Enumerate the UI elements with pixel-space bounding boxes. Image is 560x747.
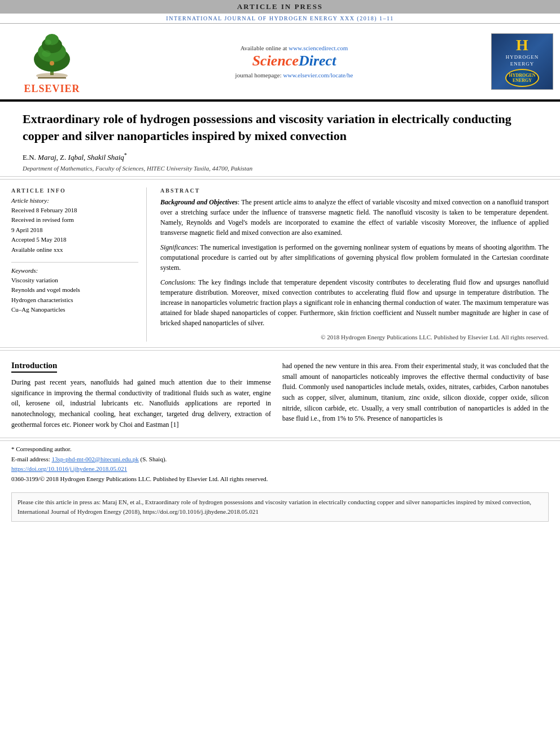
journal-logo-right: H HYDROGEN ENERGY HYDROGENENERGY bbox=[491, 33, 553, 90]
abstract-sig-text: : The numerical investigation is perform… bbox=[160, 243, 549, 272]
abstract-bg-label: Background and Objectives bbox=[160, 198, 238, 206]
email-line: E-mail address: 13sp-phd-mt-002@hitecuni… bbox=[11, 455, 549, 465]
article-history-block: Article history: Received 8 February 201… bbox=[11, 197, 138, 255]
email-author: (S. Shaiq). bbox=[141, 456, 167, 462]
citation-text: Please cite this article in press as: Ma… bbox=[18, 499, 531, 515]
affiliation-text: Department of Mathematics, Faculty of Sc… bbox=[23, 165, 537, 172]
keyword-1: Viscosity variation bbox=[11, 276, 138, 286]
article-info-label: ARTICLE INFO bbox=[11, 187, 138, 194]
keywords-label: Keywords: bbox=[11, 267, 138, 274]
top-header: ELSEVIER Available online at www.science… bbox=[0, 24, 560, 101]
info-divider bbox=[11, 262, 138, 263]
authors-line: E.N. Maraj, Z. Iqbal, Shakil Shaiq* bbox=[23, 152, 537, 162]
introduction-title: Introduction bbox=[11, 361, 57, 373]
journal-homepage: journal homepage: www.elsevier.com/locat… bbox=[97, 72, 491, 78]
abstract-section: Background and Objectives: The present a… bbox=[160, 197, 549, 342]
corresponding-star: * Corresponding author. bbox=[11, 445, 72, 452]
introduction-section: Introduction During past recent years, n… bbox=[0, 353, 560, 435]
intro-right: had opened the new venture in this area.… bbox=[282, 361, 549, 430]
intro-left-text: During past recent years, nanofluids had… bbox=[11, 377, 271, 430]
intro-left: Introduction During past recent years, n… bbox=[11, 361, 271, 430]
right-column: ABSTRACT Background and Objectives: The … bbox=[158, 187, 549, 342]
available-online: Available online xxx bbox=[11, 245, 138, 255]
doi-link[interactable]: https://doi.org/10.1016/j.ijhydene.2018.… bbox=[11, 465, 127, 472]
abstract-sig-paragraph: Significances: The numerical investigati… bbox=[160, 242, 549, 273]
abstract-conc-text: : The key findings include that temperat… bbox=[160, 278, 549, 327]
article-info-abstract-section: ARTICLE INFO Article history: Received 8… bbox=[0, 182, 560, 348]
abstract-divider bbox=[0, 350, 560, 351]
keyword-4: Cu–Ag Nanoparticles bbox=[11, 305, 138, 315]
left-column: ARTICLE INFO Article history: Received 8… bbox=[11, 187, 147, 342]
abstract-label: ABSTRACT bbox=[160, 187, 549, 194]
article-title: Extraordinary role of hydrogen possessio… bbox=[23, 111, 537, 144]
journal-homepage-link[interactable]: www.elsevier.com/locate/he bbox=[283, 72, 353, 78]
copyright-text: © 2018 Hydrogen Energy Publications LLC.… bbox=[160, 333, 549, 342]
abstract-conc-paragraph: Conclusions: The key findings include th… bbox=[160, 277, 549, 328]
svg-point-6 bbox=[45, 40, 51, 45]
article-title-section: Extraordinary role of hydrogen possessio… bbox=[0, 102, 560, 177]
email-label: E-mail address: bbox=[11, 456, 50, 462]
center-header: Available online at www.sciencedirect.co… bbox=[97, 45, 491, 78]
email-link[interactable]: 13sp-phd-mt-002@hitecuni.edu.pk bbox=[51, 456, 138, 462]
elsevier-logo: ELSEVIER bbox=[7, 28, 97, 95]
intro-divider bbox=[0, 438, 560, 438]
revised-date: 9 April 2018 bbox=[11, 225, 138, 235]
keyword-3: Hydrogen characteristics bbox=[11, 295, 138, 305]
journal-logo-energy: ENERGY bbox=[510, 61, 535, 67]
journal-logo-h: H bbox=[516, 36, 528, 54]
accepted-date: Accepted 5 May 2018 bbox=[11, 235, 138, 245]
intro-right-text: had opened the new venture in this area.… bbox=[282, 361, 549, 424]
sciencedirect-url[interactable]: www.sciencedirect.com bbox=[288, 45, 348, 51]
corresponding-author-note: * Corresponding author. bbox=[11, 444, 549, 455]
available-online-text: Available online at www.sciencedirect.co… bbox=[97, 45, 491, 51]
keyword-2: Reynolds and vogel models bbox=[11, 285, 138, 295]
journal-logo-hydrogen: HYDROGEN bbox=[506, 54, 539, 60]
citation-box: Please cite this article in press as: Ma… bbox=[11, 492, 549, 522]
rights-line: 0360-3199/© 2018 Hydrogen Energy Publica… bbox=[11, 474, 549, 484]
abstract-conc-label: Conclusions bbox=[160, 278, 194, 286]
revised-label: Received in revised form bbox=[11, 215, 138, 225]
doi-line: https://doi.org/10.1016/j.ijhydene.2018.… bbox=[11, 464, 549, 474]
article-in-press-banner: ARTICLE IN PRESS bbox=[0, 0, 560, 14]
abstract-sig-label: Significances bbox=[160, 243, 196, 251]
journal-header-line: INTERNATIONAL JOURNAL OF HYDROGEN ENERGY… bbox=[0, 14, 560, 24]
abstract-bg-paragraph: Background and Objectives: The present a… bbox=[160, 197, 549, 238]
footnotes-section: * Corresponding author. E-mail address: … bbox=[0, 440, 560, 487]
sciencedirect-brand: ScienceDirect bbox=[97, 53, 491, 69]
history-label: Article history: bbox=[11, 197, 138, 204]
svg-point-7 bbox=[42, 50, 51, 57]
svg-point-8 bbox=[50, 61, 54, 65]
received-date: Received 8 February 2018 bbox=[11, 206, 138, 216]
title-divider bbox=[0, 179, 560, 180]
elsevier-tree-svg bbox=[21, 28, 83, 82]
elsevier-brand-text: ELSEVIER bbox=[24, 83, 80, 95]
